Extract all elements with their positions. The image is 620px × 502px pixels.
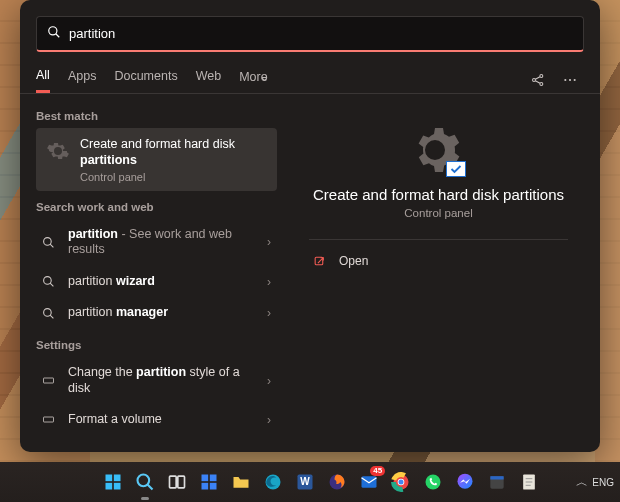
svg-point-43: [458, 474, 473, 489]
settings-result[interactable]: Format a volume ›: [36, 404, 277, 434]
svg-point-12: [43, 277, 51, 285]
svg-line-11: [50, 244, 53, 247]
chevron-right-icon: ›: [267, 306, 271, 320]
check-icon: [446, 161, 466, 177]
svg-rect-22: [106, 483, 113, 490]
share-icon[interactable]: [524, 66, 552, 94]
svg-line-25: [148, 485, 153, 490]
svg-line-5: [535, 77, 540, 80]
chevron-down-icon: ⌄: [259, 70, 270, 84]
widgets-button[interactable]: [195, 468, 223, 496]
preview-pane: Create and format hard disk partitions C…: [309, 110, 568, 219]
search-icon: [38, 275, 58, 288]
search-icon: [38, 307, 58, 320]
svg-point-0: [49, 26, 57, 34]
search-icon: [47, 25, 61, 43]
preview-subtitle: Control panel: [404, 207, 472, 219]
chevron-right-icon: ›: [267, 413, 271, 427]
settings-result-text: Format a volume: [68, 412, 257, 428]
preview-title: Create and format hard disk partitions: [313, 186, 564, 203]
svg-rect-17: [43, 417, 53, 422]
svg-text:W: W: [300, 476, 310, 487]
word-button[interactable]: W: [291, 468, 319, 496]
web-result[interactable]: partition - See work and web results ›: [36, 219, 277, 266]
tab-web[interactable]: Web: [196, 69, 221, 91]
svg-line-1: [56, 33, 60, 37]
chevron-right-icon: ›: [267, 235, 271, 249]
task-view-button[interactable]: [163, 468, 191, 496]
svg-line-13: [50, 283, 53, 286]
section-settings: Settings: [36, 339, 277, 351]
taskbar: W 45 ︿ ENG: [0, 462, 620, 502]
svg-point-42: [426, 475, 441, 490]
best-match-subtitle: Control panel: [80, 171, 267, 183]
web-result-text: partition - See work and web results: [68, 227, 257, 258]
svg-point-10: [43, 237, 51, 245]
svg-line-15: [50, 315, 53, 318]
svg-point-3: [540, 75, 543, 78]
more-options-icon[interactable]: [556, 66, 584, 94]
settings-result[interactable]: Change the partition style of a disk ›: [36, 357, 277, 404]
open-label: Open: [339, 254, 368, 268]
svg-rect-29: [210, 475, 217, 482]
svg-rect-28: [202, 475, 209, 482]
calendar-button[interactable]: [483, 468, 511, 496]
web-result[interactable]: partition manager ›: [36, 297, 277, 329]
disk-icon: [38, 375, 58, 387]
whatsapp-button[interactable]: [419, 468, 447, 496]
best-match-title: Create and format hard disk partitions: [80, 136, 267, 169]
svg-point-8: [569, 79, 571, 81]
settings-result-text: Change the partition style of a disk: [68, 365, 257, 396]
tab-documents[interactable]: Documents: [114, 69, 177, 91]
tray-chevron-icon[interactable]: ︿: [576, 474, 588, 491]
section-search-web: Search work and web: [36, 201, 277, 213]
svg-point-41: [399, 480, 404, 485]
chevron-right-icon: ›: [267, 374, 271, 388]
messenger-button[interactable]: [451, 468, 479, 496]
web-result-text: partition manager: [68, 305, 257, 321]
svg-rect-45: [490, 476, 503, 479]
tab-all[interactable]: All: [36, 68, 50, 93]
svg-point-24: [138, 475, 150, 487]
svg-rect-18: [315, 257, 323, 265]
svg-rect-20: [106, 475, 113, 482]
tab-apps[interactable]: Apps: [68, 69, 97, 91]
gear-check-icon: [415, 126, 463, 174]
gear-icon: [46, 139, 70, 163]
open-action[interactable]: Open: [309, 250, 568, 272]
search-box[interactable]: partition: [36, 16, 584, 52]
firefox-button[interactable]: [323, 468, 351, 496]
disk-icon: [38, 414, 58, 426]
svg-rect-21: [114, 475, 121, 482]
svg-point-9: [574, 79, 576, 81]
badge: 45: [370, 466, 385, 476]
search-button[interactable]: [131, 468, 159, 496]
svg-rect-27: [178, 476, 185, 488]
search-panel: partition All Apps Documents Web More ⌄ …: [20, 0, 600, 452]
svg-point-2: [533, 79, 536, 82]
search-query: partition: [69, 26, 115, 41]
start-button[interactable]: [99, 468, 127, 496]
chrome-button[interactable]: [387, 468, 415, 496]
language-indicator[interactable]: ENG: [592, 477, 614, 488]
open-icon: [311, 255, 327, 268]
svg-point-4: [540, 83, 543, 86]
svg-rect-30: [202, 483, 209, 490]
svg-point-7: [564, 79, 566, 81]
web-result[interactable]: partition wizard ›: [36, 266, 277, 298]
svg-rect-23: [114, 483, 121, 490]
best-match-result[interactable]: Create and format hard disk partitions C…: [36, 128, 277, 191]
svg-point-14: [43, 308, 51, 316]
mail-button[interactable]: 45: [355, 468, 383, 496]
svg-rect-36: [362, 476, 377, 488]
notepad-button[interactable]: [515, 468, 543, 496]
explorer-button[interactable]: [227, 468, 255, 496]
svg-line-6: [535, 81, 540, 84]
chevron-right-icon: ›: [267, 275, 271, 289]
web-result-text: partition wizard: [68, 274, 257, 290]
svg-rect-26: [170, 476, 177, 488]
tab-more[interactable]: More ⌄: [239, 69, 270, 92]
svg-rect-16: [43, 378, 53, 383]
section-best-match: Best match: [36, 110, 277, 122]
edge-button[interactable]: [259, 468, 287, 496]
